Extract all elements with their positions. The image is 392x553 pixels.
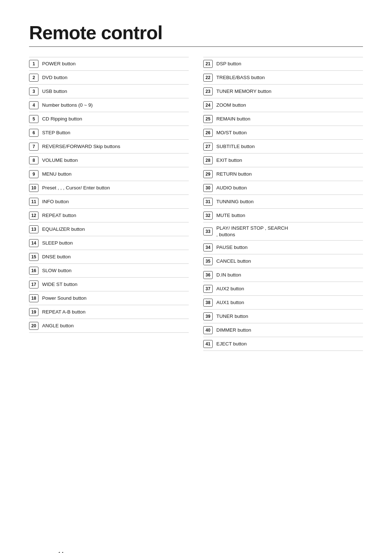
page-number: 14 xyxy=(58,551,64,553)
list-item: 21DSP button xyxy=(203,57,363,71)
item-label: DNSE button xyxy=(42,254,71,260)
item-number: 39 xyxy=(203,312,213,320)
item-number: 31 xyxy=(203,198,213,206)
list-item: 16SLOW button xyxy=(29,264,189,278)
item-number: 7 xyxy=(29,143,38,151)
list-item: 2DVD button xyxy=(29,71,189,85)
list-item: 23TUNER MEMORY button xyxy=(203,85,363,98)
item-label: DIMMER button xyxy=(216,327,251,333)
item-label: REVERSE/FORWARD Skip buttons xyxy=(42,143,120,150)
list-item: 18Power Sound button xyxy=(29,291,189,305)
item-number: 10 xyxy=(29,184,38,192)
item-number: 36 xyxy=(203,271,213,279)
list-item: 30AUDIO button xyxy=(203,181,363,195)
item-number: 2 xyxy=(29,74,38,82)
item-label: USB button xyxy=(42,88,67,95)
list-item: 14SLEEP button xyxy=(29,236,189,250)
list-item: 25REMAIN button xyxy=(203,112,363,126)
item-label: RETURN button xyxy=(216,171,252,177)
item-number: 23 xyxy=(203,87,213,95)
item-label: MUTE button xyxy=(216,212,245,219)
item-label: SUBTITLE button xyxy=(216,143,255,150)
right-column: 21DSP button22TREBLE/BASS button23TUNER … xyxy=(203,57,363,351)
list-item: 40DIMMER button xyxy=(203,323,363,337)
list-item: 24ZOOM button xyxy=(203,98,363,112)
item-label: REPEAT button xyxy=(42,212,76,219)
list-item: 4Number buttons (0 ~ 9) xyxy=(29,98,189,112)
list-item: 29RETURN button xyxy=(203,167,363,181)
item-label: WIDE ST button xyxy=(42,281,77,288)
item-number: 14 xyxy=(29,239,38,247)
item-label: Number buttons (0 ~ 9) xyxy=(42,102,93,108)
item-number: 28 xyxy=(203,156,213,164)
item-label: REPEAT A-B button xyxy=(42,309,86,315)
list-item: 15DNSE button xyxy=(29,250,189,264)
list-item: 3USB button xyxy=(29,85,189,98)
item-number: 26 xyxy=(203,129,213,137)
item-number: 16 xyxy=(29,267,38,275)
item-number: 37 xyxy=(203,285,213,293)
item-number: 17 xyxy=(29,280,38,288)
item-number: 3 xyxy=(29,87,38,95)
list-item: 32MUTE button xyxy=(203,209,363,222)
item-label: TUNER button xyxy=(216,313,248,320)
list-item: 11INFO button xyxy=(29,195,189,209)
item-number: 5 xyxy=(29,115,38,123)
item-number: 38 xyxy=(203,299,213,307)
item-label: REMAIN button xyxy=(216,116,250,122)
item-label: PAUSE button xyxy=(216,244,248,251)
item-label: VOLUME button xyxy=(42,157,78,164)
item-label: PLAY/ INSERT STOP , SEARCH , buttons xyxy=(216,225,288,238)
item-number: 29 xyxy=(203,170,213,178)
item-number: 1 xyxy=(29,60,38,68)
list-item: 22TREBLE/BASS button xyxy=(203,71,363,85)
list-item: 38AUX1 button xyxy=(203,296,363,310)
item-number: 4 xyxy=(29,101,38,109)
item-label: TUNNING button xyxy=(216,198,254,205)
list-item: 19REPEAT A-B button xyxy=(29,305,189,319)
item-label: AUDIO button xyxy=(216,185,247,191)
item-number: 35 xyxy=(203,257,213,265)
item-number: 33 xyxy=(203,228,213,235)
item-label: CD Ripping button xyxy=(42,116,82,122)
list-item: 10Preset , , , Cursor/ Enter button xyxy=(29,181,189,195)
item-number: 12 xyxy=(29,212,38,220)
item-label: DVD button xyxy=(42,74,68,81)
list-item: 35CANCEL button xyxy=(203,254,363,268)
list-item: 37AUX2 button xyxy=(203,282,363,296)
page-title: Remote control xyxy=(29,22,363,44)
list-item: 20ANGLE button xyxy=(29,319,189,333)
list-item: 41EJECT button xyxy=(203,337,363,351)
item-label: D.IN button xyxy=(216,272,241,278)
list-item: 12REPEAT button xyxy=(29,209,189,222)
list-item: 34PAUSE button xyxy=(203,241,363,254)
item-label: CANCEL button xyxy=(216,258,251,265)
item-label: AUX1 button xyxy=(216,299,244,306)
item-number: 19 xyxy=(29,308,38,316)
item-number: 27 xyxy=(203,143,213,151)
list-item: 8VOLUME button xyxy=(29,153,189,167)
list-item: 27SUBTITLE button xyxy=(203,140,363,153)
left-column: 1POWER button2DVD button3USB button4Numb… xyxy=(29,57,189,351)
item-label: MO/ST button xyxy=(216,130,247,136)
item-number: 13 xyxy=(29,225,38,233)
item-label: Power Sound button xyxy=(42,295,86,302)
item-number: 15 xyxy=(29,253,38,261)
list-item: 17WIDE ST button xyxy=(29,278,189,291)
content-grid: 1POWER button2DVD button3USB button4Numb… xyxy=(29,57,363,351)
item-label: ZOOM button xyxy=(216,102,246,108)
item-label: SLOW button xyxy=(42,267,72,274)
list-item: 39TUNER button xyxy=(203,310,363,323)
item-number: 25 xyxy=(203,115,213,123)
list-item: 33PLAY/ INSERT STOP , SEARCH , buttons xyxy=(203,222,363,241)
item-number: 8 xyxy=(29,156,38,164)
item-label: SLEEP button xyxy=(42,240,73,246)
list-item: 31TUNNING button xyxy=(203,195,363,209)
list-item: 1POWER button xyxy=(29,57,189,71)
item-number: 41 xyxy=(203,340,213,348)
list-item: 6STEP Button xyxy=(29,126,189,140)
item-number: 11 xyxy=(29,198,38,206)
title-divider xyxy=(29,46,363,47)
item-label: TUNER MEMORY button xyxy=(216,88,271,95)
list-item: 28EXIT button xyxy=(203,153,363,167)
